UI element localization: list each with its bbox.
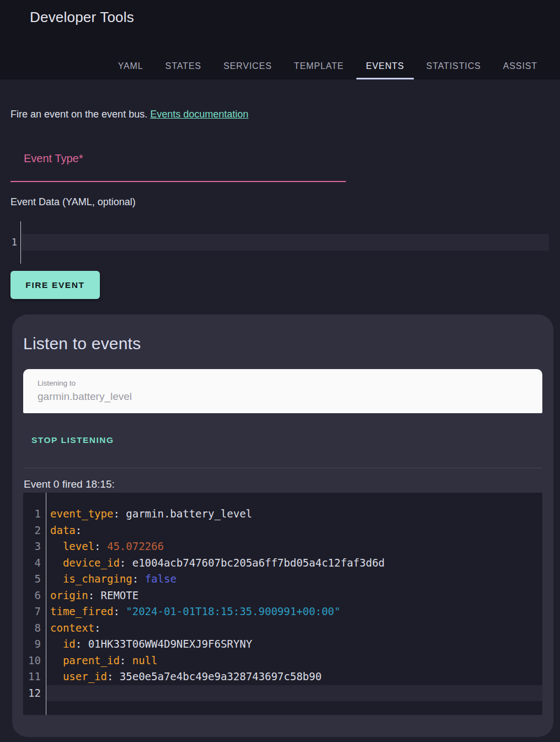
tab-states[interactable]: STATES xyxy=(156,53,211,79)
line-number: 11 xyxy=(23,669,41,685)
line-number: 2 xyxy=(23,522,41,539)
listening-to-label: Listening to xyxy=(38,379,76,387)
code-line: 12 xyxy=(23,685,542,702)
code-line: 3 level: 45.072266 xyxy=(23,538,542,555)
tab-services[interactable]: SERVICES xyxy=(214,53,281,79)
code-text xyxy=(46,685,542,702)
events-tab-panel: Fire an event on the event bus. Events d… xyxy=(0,108,560,737)
code-text: parent_id: null xyxy=(46,653,542,669)
editor-gutter: 1 xyxy=(0,221,21,264)
line-number: 9 xyxy=(23,636,41,653)
page-title: Developer Tools xyxy=(30,9,134,26)
code-text: id: 01HK33T06WW4D9NEXJ9F6SRYNY xyxy=(46,636,542,653)
line-number: 1 xyxy=(23,506,41,522)
tab-template[interactable]: TEMPLATE xyxy=(285,53,353,79)
code-text: origin: REMOTE xyxy=(46,588,542,604)
stop-listening-button[interactable]: STOP LISTENING xyxy=(25,432,121,449)
editor-active-line[interactable] xyxy=(22,234,549,250)
code-line: 7time_fired: "2024-01-01T18:15:35.900991… xyxy=(23,604,542,620)
tab-bar: YAMLSTATESSERVICESTEMPLATEEVENTSSTATISTI… xyxy=(109,53,547,79)
intro-sentence: Fire an event on the event bus. xyxy=(10,109,150,120)
line-number: 6 xyxy=(23,588,41,604)
code-line: 11 user_id: 35e0e5a7e4bc49e9a328743697c5… xyxy=(23,669,542,685)
code-line: 2data: xyxy=(23,522,542,539)
tab-statistics[interactable]: STATISTICS xyxy=(417,53,490,79)
intro-text: Fire an event on the event bus. Events d… xyxy=(10,108,550,120)
code-text: is_charging: false xyxy=(46,571,542,588)
tab-events[interactable]: EVENTS xyxy=(356,53,413,79)
code-line: 9 id: 01HK33T06WW4D9NEXJ9F6SRYNY xyxy=(23,636,542,653)
events-documentation-link[interactable]: Events documentation xyxy=(150,109,248,120)
code-line: 8context: xyxy=(23,620,542,637)
line-number: 3 xyxy=(23,538,41,555)
event-code-block[interactable]: 1event_type: garmin.battery_level2data:3… xyxy=(23,493,542,715)
fire-event-button[interactable]: FIRE EVENT xyxy=(10,271,100,299)
code-text: level: 45.072266 xyxy=(46,538,542,555)
code-line: 4 device_id: e1004acb747607bc205a6ff7bd0… xyxy=(23,555,542,572)
tab-assist[interactable]: ASSIST xyxy=(494,53,547,79)
line-number: 5 xyxy=(23,571,41,588)
code-line: 1event_type: garmin.battery_level xyxy=(23,506,542,522)
editor-line-number: 1 xyxy=(12,234,17,250)
event-data-label: Event Data (YAML, optional) xyxy=(10,196,550,208)
code-text: event_type: garmin.battery_level xyxy=(46,506,542,522)
event-fired-header: Event 0 fired 18:15: xyxy=(24,478,542,490)
event-type-field[interactable]: Event Type* xyxy=(10,141,346,182)
card-divider xyxy=(23,468,542,468)
code-text: context: xyxy=(46,620,542,637)
listening-to-field[interactable]: Listening to garmin.battery_level xyxy=(23,369,542,413)
listen-to-events-card: Listen to events Listening to garmin.bat… xyxy=(12,314,553,737)
line-number: 7 xyxy=(23,604,41,620)
code-text: data: xyxy=(46,522,542,539)
tab-yaml[interactable]: YAML xyxy=(109,53,153,79)
event-data-editor[interactable]: 1 xyxy=(0,221,554,264)
line-number: 4 xyxy=(23,555,41,572)
code-text: user_id: 35e0e5a7e4bc49e9a328743697c58b9… xyxy=(46,669,542,685)
listen-card-title: Listen to events xyxy=(23,334,542,353)
code-line: 6origin: REMOTE xyxy=(23,588,542,604)
line-number: 12 xyxy=(23,685,41,702)
line-number: 10 xyxy=(23,653,41,669)
listening-to-value: garmin.battery_level xyxy=(38,391,132,403)
line-number: 8 xyxy=(23,620,41,637)
event-type-label: Event Type* xyxy=(24,152,83,165)
code-text: time_fired: "2024-01-01T18:15:35.900991+… xyxy=(46,604,542,620)
code-line: 10 parent_id: null xyxy=(23,653,542,669)
code-text: device_id: e1004acb747607bc205a6ff7bd05a… xyxy=(46,555,542,572)
app-header: Developer Tools YAMLSTATESSERVICESTEMPLA… xyxy=(0,0,560,79)
code-line: 5 is_charging: false xyxy=(23,571,542,588)
